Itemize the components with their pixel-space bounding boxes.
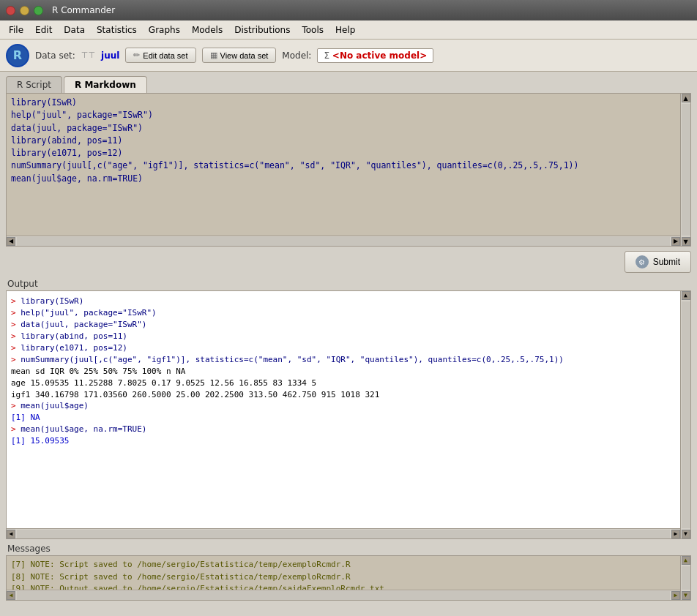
menu-statistics[interactable]: Statistics (91, 23, 143, 37)
tab-rscript[interactable]: R Script (6, 76, 62, 93)
msg-scroll-down-btn[interactable]: ▼ (682, 591, 690, 600)
output-scrollbar[interactable]: ▲ ▼ (680, 291, 690, 538)
scroll-up-btn[interactable]: ▲ (682, 94, 690, 102)
output-area[interactable]: > library(ISwR)> help("juul", package="I… (6, 290, 691, 539)
output-line: > numSummary(juul[,c("age", "igf1")], st… (11, 354, 686, 366)
output-section: Output > library(ISwR)> help("juul", pac… (6, 277, 691, 539)
r-logo: R (6, 44, 29, 67)
menu-file[interactable]: File (3, 23, 29, 37)
maximize-button[interactable] (34, 6, 43, 15)
submit-button[interactable]: ⚙ Submit (625, 251, 691, 273)
scroll-left-btn[interactable]: ◀ (7, 237, 15, 246)
edit-dataset-button[interactable]: ✏ Edit data set (125, 48, 195, 63)
model-box: Σ <No active model> (317, 48, 433, 63)
scroll-right-btn[interactable]: ▶ (671, 237, 680, 246)
menu-data[interactable]: Data (58, 23, 91, 37)
out-scroll-up-btn[interactable]: ▲ (682, 291, 690, 300)
menu-edit[interactable]: Edit (29, 23, 58, 37)
output-line: age 15.09535 11.25288 7.8025 0.17 9.0525… (11, 378, 686, 389)
output-line: > library(ISwR) (11, 296, 686, 307)
script-hscrollbar[interactable]: ◀ ▶ (7, 236, 680, 246)
model-label: Model: (282, 50, 311, 61)
toolbar: R Data set: ⊤⊤ juul ✏ Edit data set ▦ Vi… (0, 40, 697, 72)
dataset-icon: ⊤⊤ (81, 50, 95, 60)
script-content[interactable]: library(ISwR)help("juul", package="ISwR"… (7, 94, 690, 246)
output-line: > help("juul", package="ISwR") (11, 307, 686, 319)
submit-icon: ⚙ (636, 255, 649, 268)
msg-scroll-left-btn[interactable]: ◀ (7, 591, 15, 600)
output-label: Output (6, 277, 691, 290)
message-line: [8] NOTE: Script saved to /home/sergio/E… (11, 571, 686, 584)
out-scroll-left-btn[interactable]: ◀ (7, 530, 15, 538)
out-scroll-track (682, 301, 690, 528)
output-line: > data(juul, package="ISwR") (11, 319, 686, 331)
titlebar: R Commander (0, 0, 697, 20)
scroll-track (682, 104, 690, 236)
msg-scroll-up-btn[interactable]: ▲ (682, 556, 690, 565)
tab-rmarkdown[interactable]: R Markdown (64, 76, 147, 93)
pencil-icon: ✏ (133, 50, 140, 60)
output-line: > library(abind, pos=11) (11, 331, 686, 342)
menu-models[interactable]: Models (186, 23, 228, 37)
out-hscrollbar[interactable]: ◀ ▶ (7, 528, 680, 538)
output-line: [1] NA (11, 412, 686, 424)
messages-label: Messages (6, 542, 691, 555)
menu-distributions[interactable]: Distributions (228, 23, 296, 37)
submit-area: ⚙ Submit (0, 247, 697, 277)
menu-tools[interactable]: Tools (296, 23, 329, 37)
no-model-text: <No active model> (332, 50, 427, 61)
sigma-icon: Σ (324, 50, 329, 61)
output-line: > library(e1071, pos=12) (11, 342, 686, 354)
menu-help[interactable]: Help (329, 23, 361, 37)
out-scroll-right-btn[interactable]: ▶ (671, 530, 680, 538)
messages-section: Messages [7] NOTE: Script saved to /home… (6, 542, 691, 601)
msg-scroll-track (682, 566, 690, 590)
msg-scroll-right-btn[interactable]: ▶ (671, 591, 680, 600)
table-icon: ▦ (210, 50, 217, 60)
scroll-down-btn[interactable]: ▼ (682, 237, 690, 246)
out-scroll-down-btn[interactable]: ▼ (682, 530, 690, 538)
output-content: > library(ISwR)> help("juul", package="I… (11, 296, 686, 447)
menu-graphs[interactable]: Graphs (143, 23, 186, 37)
output-line: mean sd IQR 0% 25% 50% 75% 100% n NA (11, 366, 686, 378)
close-button[interactable] (6, 6, 15, 15)
tab-bar: R Script R Markdown (0, 72, 697, 93)
window-title: R Commander (52, 5, 115, 15)
dataset-name[interactable]: juul (101, 50, 119, 61)
msg-hscroll-track (17, 591, 670, 600)
out-hscroll-track (17, 530, 670, 538)
output-line: > mean(juul$age) (11, 400, 686, 412)
menubar: File Edit Data Statistics Graphs Models … (0, 20, 697, 40)
msg-scrollbar[interactable]: ▲ ▼ (680, 556, 690, 600)
output-line: igf1 340.16798 171.03560 260.5000 25.00 … (11, 389, 686, 401)
output-line: > mean(juul$age, na.rm=TRUE) (11, 424, 686, 435)
minimize-button[interactable] (20, 6, 29, 15)
message-line: [7] NOTE: Script saved to /home/sergio/E… (11, 559, 686, 571)
output-line: [1] 15.09535 (11, 435, 686, 447)
dataset-label: Data set: (35, 50, 75, 61)
messages-area[interactable]: [7] NOTE: Script saved to /home/sergio/E… (6, 555, 691, 601)
script-editor[interactable]: library(ISwR)help("juul", package="ISwR"… (6, 93, 691, 247)
script-scrollbar[interactable]: ▲ ▼ (680, 94, 690, 246)
hscroll-track (17, 237, 670, 246)
msg-hscrollbar[interactable]: ◀ ▶ (7, 590, 680, 600)
view-dataset-button[interactable]: ▦ View data set (202, 48, 277, 63)
